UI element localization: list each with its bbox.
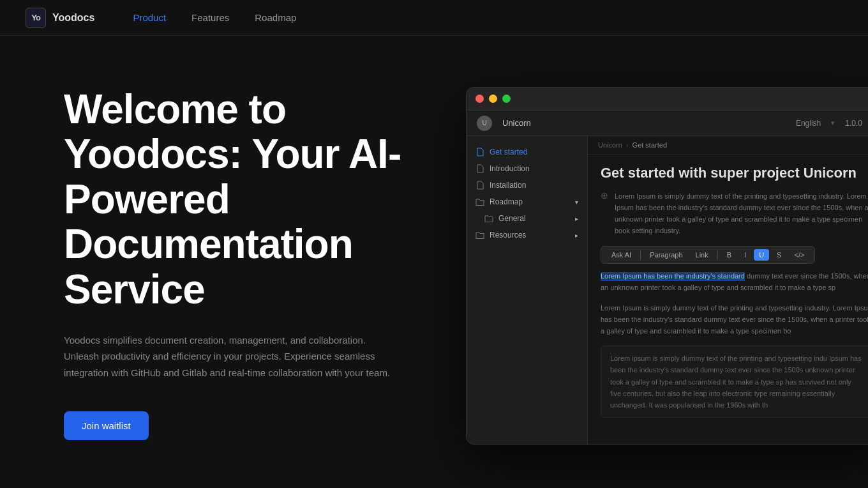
sidebar-item-get-started[interactable]: Get started: [467, 144, 587, 160]
paragraph-button[interactable]: Paragraph: [645, 249, 687, 261]
nav-logo: Yo Yoodocs: [26, 8, 94, 28]
app-content-area: Unicorn › Get started Get started with s…: [588, 136, 868, 445]
link-button[interactable]: Link: [691, 249, 714, 261]
app-sidebar: Get started Introduction Installation: [467, 136, 588, 445]
nav-item-features[interactable]: Features: [191, 12, 229, 24]
main-content: Welcome to Yoodocs: Your AI-Powered Docu…: [0, 36, 868, 488]
paragraph-1-row: ⊕ Lorem Ipsum is simply dummy text of th…: [601, 190, 868, 246]
toolbar-divider: [640, 250, 641, 259]
sidebar-item-roadmap[interactable]: Roadmap ▾: [467, 194, 587, 210]
sidebar-item-installation[interactable]: Installation: [467, 177, 587, 194]
app-header: U Unicorn English ▾ 1.0.0 ▾: [467, 111, 868, 136]
traffic-min[interactable]: [489, 95, 497, 103]
version-selector[interactable]: 1.0.0: [845, 119, 862, 128]
traffic-max[interactable]: [502, 95, 511, 103]
project-name: Unicorn: [502, 118, 531, 128]
logo-text: Yoodocs: [52, 12, 94, 24]
breadcrumb-get-started: Get started: [632, 141, 667, 149]
chevron-right-icon: ▸: [575, 215, 578, 222]
bold-button[interactable]: B: [722, 249, 737, 261]
language-selector[interactable]: English: [796, 119, 821, 128]
breadcrumb: Unicorn › Get started: [588, 136, 868, 155]
file-icon: [475, 164, 484, 173]
nav-links: Product Features Roadmap: [133, 12, 296, 24]
content-body: Get started with super project Unicorn ⊕…: [588, 155, 868, 434]
file-icon: [475, 148, 484, 156]
breadcrumb-unicorn: Unicorn: [598, 141, 622, 149]
add-row-icon[interactable]: ⊕: [601, 190, 608, 201]
logo-icon: Yo: [26, 8, 46, 28]
traffic-close[interactable]: [475, 95, 484, 103]
strikethrough-button[interactable]: S: [772, 249, 786, 261]
editor-toolbar: Ask AI Paragraph Link B I U S </>: [601, 246, 815, 264]
app-window: U Unicorn English ▾ 1.0.0 ▾ Get started: [466, 87, 868, 445]
navbar: Yo Yoodocs Product Features Roadmap: [0, 0, 868, 36]
sidebar-item-introduction[interactable]: Introduction: [467, 160, 587, 177]
folder-icon: [475, 231, 484, 240]
nav-item-product[interactable]: Product: [133, 12, 166, 24]
ask-ai-button[interactable]: Ask AI: [606, 249, 636, 261]
window-titlebar: [467, 88, 868, 111]
avatar: U: [477, 116, 492, 131]
nav-item-roadmap[interactable]: Roadmap: [255, 12, 296, 24]
breadcrumb-separator: ›: [626, 141, 629, 149]
hero-section: Welcome to Yoodocs: Your AI-Powered Docu…: [0, 36, 479, 488]
content-title: Get started with super project Unicorn: [601, 165, 868, 181]
folder-icon: [475, 197, 484, 206]
join-waitlist-button[interactable]: Join waitlist: [64, 411, 149, 440]
selected-text: Lorem Ipsum has been the industry's stan…: [601, 272, 745, 280]
content-paragraph-2: Lorem Ipsum has been the industry's stan…: [601, 270, 868, 293]
sidebar-item-resources[interactable]: Resources ▸: [467, 227, 587, 243]
folder-icon: [484, 214, 493, 223]
content-paragraph-1: Lorem Ipsum is simply dummy text of the …: [615, 190, 868, 237]
file-icon: [475, 181, 484, 190]
sidebar-item-general[interactable]: General ▸: [467, 210, 587, 227]
content-paragraph-4-box: Lorem ipsum is simply dummy text of the …: [601, 346, 868, 418]
code-button[interactable]: </>: [789, 249, 809, 261]
underline-button[interactable]: U: [754, 249, 769, 261]
app-body: Get started Introduction Installation: [467, 136, 868, 445]
chevron-down-icon: ▾: [575, 199, 578, 206]
content-paragraph-3: Lorem Ipsum is simply dummy text of the …: [601, 302, 868, 337]
toolbar-divider-2: [717, 250, 718, 259]
hero-heading: Welcome to Yoodocs: Your AI-Powered Docu…: [64, 87, 440, 312]
hero-description: Yoodocs simplifies document creation, ma…: [64, 332, 396, 381]
italic-button[interactable]: I: [739, 249, 751, 261]
chevron-right-icon: ▸: [575, 232, 578, 239]
